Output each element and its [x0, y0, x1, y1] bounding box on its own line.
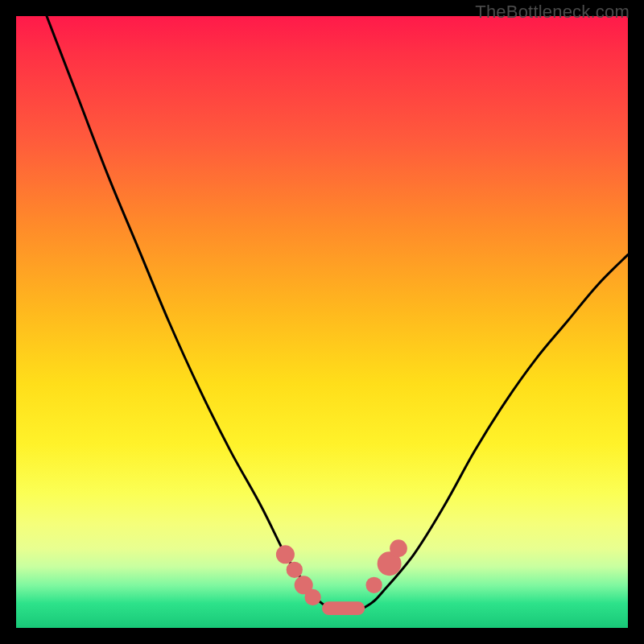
valley-marker-dot — [304, 589, 320, 605]
bottleneck-curve — [47, 16, 628, 610]
valley-marker-dot — [390, 539, 407, 557]
valley-marker-bar — [322, 601, 365, 615]
watermark-text: TheBottleneck.com — [475, 2, 630, 23]
valley-marker-dot — [378, 551, 402, 576]
valley-marker-dot — [295, 576, 313, 594]
plot-area — [16, 16, 628, 628]
valley-marker-dot — [287, 562, 303, 578]
curve-layer — [16, 16, 628, 628]
valley-marker-dot — [276, 545, 295, 564]
chart-frame: TheBottleneck.com — [0, 0, 644, 644]
valley-marker-dot — [365, 577, 382, 593]
